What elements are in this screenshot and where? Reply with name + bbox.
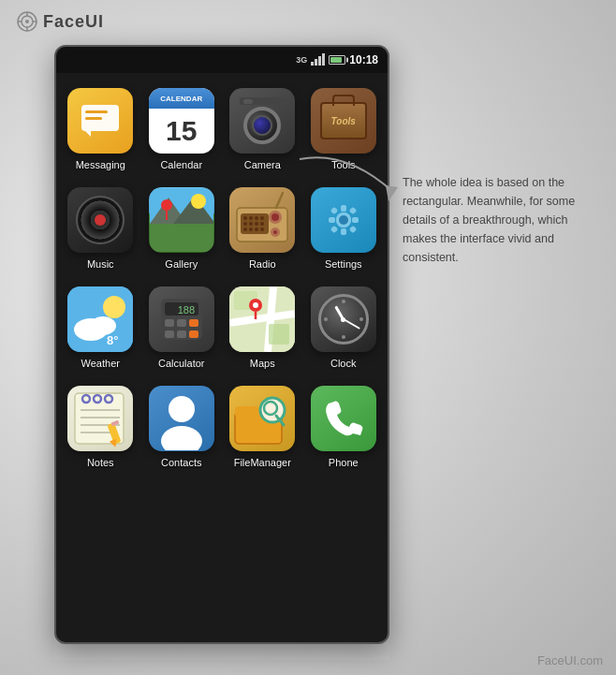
phone-icon	[311, 386, 376, 451]
svg-rect-57	[165, 319, 174, 327]
svg-point-26	[243, 222, 247, 226]
signal-strength	[311, 54, 325, 66]
svg-point-40	[339, 215, 348, 225]
network-indicator: 3G	[296, 55, 307, 65]
weather-label: Weather	[81, 358, 120, 369]
svg-rect-91	[235, 406, 259, 418]
description-callout: The whole idea is based on the rectangul…	[403, 173, 599, 267]
maps-icon	[229, 286, 295, 352]
svg-marker-11	[85, 131, 91, 137]
camera-lens	[243, 107, 281, 144]
svg-point-32	[255, 227, 258, 231]
description-text: The whole idea is based on the rectangul…	[403, 176, 575, 264]
signal-bar-4	[322, 53, 325, 66]
svg-rect-13	[150, 224, 213, 252]
calculator-label: Calculator	[158, 358, 205, 369]
svg-rect-9	[85, 110, 108, 113]
app-notes[interactable]: Notes	[61, 380, 140, 474]
clock-center	[341, 317, 345, 322]
app-calendar[interactable]: CALENDAR 15 Calendar	[142, 82, 222, 176]
svg-point-17	[161, 199, 172, 211]
svg-point-74	[359, 317, 363, 321]
music-icon	[67, 187, 133, 253]
signal-bar-3	[318, 56, 321, 66]
app-contacts[interactable]: Contacts	[142, 380, 222, 474]
app-maps[interactable]: Maps	[223, 281, 302, 374]
svg-point-24	[255, 216, 258, 220]
radio-label: Radio	[249, 258, 276, 270]
svg-rect-48	[349, 226, 357, 233]
svg-rect-67	[269, 324, 289, 345]
svg-rect-60	[165, 330, 174, 338]
music-label: Music	[87, 258, 114, 270]
weather-icon: 8°	[67, 286, 133, 352]
app-messaging[interactable]: Messaging	[61, 82, 140, 176]
svg-rect-59	[189, 319, 198, 327]
filemanager-label: FileManager	[234, 457, 291, 468]
svg-rect-61	[177, 330, 186, 338]
svg-point-30	[243, 227, 247, 231]
app-phone[interactable]: Phone	[304, 380, 384, 474]
battery-fill	[330, 57, 342, 63]
watermark: FaceUI.com	[537, 653, 603, 668]
app-music[interactable]: Music	[61, 182, 140, 275]
svg-rect-47	[330, 226, 338, 233]
svg-point-38	[273, 230, 277, 234]
svg-point-52	[90, 316, 116, 335]
svg-point-31	[249, 227, 253, 231]
svg-rect-10	[85, 117, 102, 120]
calendar-header: CALENDAR	[149, 88, 214, 109]
logo: FaceUI	[17, 11, 104, 32]
status-bar: 3G 10:18	[56, 47, 388, 73]
settings-label: Settings	[325, 258, 362, 270]
svg-rect-62	[189, 330, 198, 338]
app-grid: Messaging CALENDAR 15 Calendar	[56, 73, 388, 483]
tools-briefcase: Tools	[320, 102, 367, 139]
messaging-icon	[67, 88, 133, 154]
tools-label-text: Tools	[331, 116, 356, 126]
calendar-label: Calendar	[160, 159, 202, 170]
svg-point-87	[169, 396, 195, 422]
calendar-date: 15	[166, 115, 197, 147]
calendar-body: 15	[166, 109, 197, 154]
svg-text:188: 188	[177, 304, 194, 315]
svg-marker-7	[386, 185, 398, 201]
contacts-label: Contacts	[161, 457, 201, 468]
svg-rect-58	[177, 319, 186, 327]
notes-label: Notes	[87, 457, 114, 468]
svg-point-23	[249, 216, 253, 220]
clock-icon	[311, 286, 376, 352]
svg-point-25	[260, 216, 264, 220]
app-filemanager[interactable]: FileManager	[223, 380, 302, 474]
svg-point-33	[260, 227, 264, 231]
gallery-label: Gallery	[165, 258, 198, 270]
calendar-month: CALENDAR	[160, 95, 202, 103]
phone-frame: 3G 10:18 Mess	[54, 45, 389, 644]
camera-icon	[229, 88, 295, 154]
callout-arrow	[290, 140, 403, 215]
svg-point-22	[243, 216, 247, 220]
signal-bar-1	[311, 62, 314, 66]
app-clock[interactable]: Clock	[304, 281, 384, 374]
app-calculator[interactable]: 188 Calculator	[142, 281, 222, 374]
svg-point-71	[342, 300, 345, 303]
app-weather[interactable]: 8° Weather	[61, 281, 140, 374]
svg-point-88	[161, 426, 202, 450]
gallery-icon	[149, 187, 214, 253]
contacts-icon	[149, 386, 214, 451]
maps-label: Maps	[250, 358, 275, 369]
svg-point-69	[253, 302, 258, 308]
filemanager-icon	[229, 386, 295, 451]
app-gallery[interactable]: Gallery	[142, 182, 222, 275]
svg-point-27	[249, 222, 253, 226]
svg-point-93	[264, 402, 277, 415]
messaging-label: Messaging	[76, 159, 125, 170]
clock-label: Clock	[330, 358, 357, 369]
status-icons: 3G 10:18	[296, 53, 378, 66]
svg-point-2	[25, 20, 29, 23]
svg-line-36	[276, 193, 283, 208]
svg-rect-44	[352, 217, 359, 223]
svg-point-16	[191, 194, 206, 209]
camera-label: Camera	[244, 159, 281, 170]
phone-label: Phone	[329, 457, 359, 468]
